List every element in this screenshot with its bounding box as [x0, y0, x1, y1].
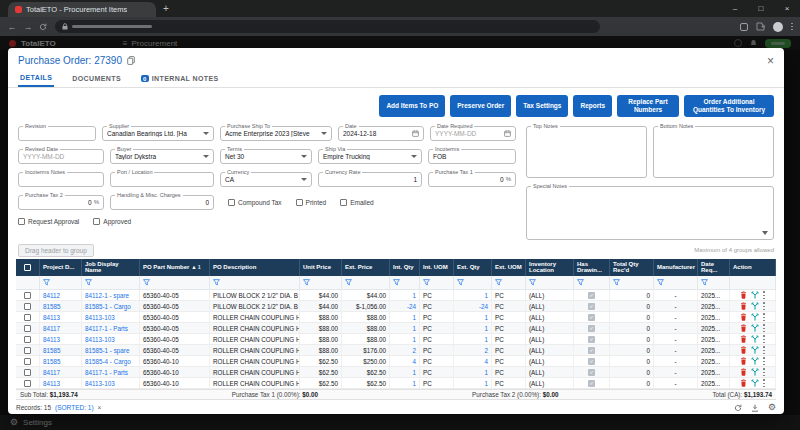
ext-qty-cell[interactable]: 1: [454, 290, 492, 300]
project-link[interactable]: 84112: [40, 290, 82, 300]
ext-qty-cell[interactable]: 1: [454, 367, 492, 377]
column-filter[interactable]: [574, 276, 610, 289]
incoterms-notes-field[interactable]: Incoterms Notes: [18, 172, 104, 187]
preserve-order-button[interactable]: Preserve Order: [450, 95, 511, 117]
top-notes-textarea[interactable]: Top Notes: [526, 126, 647, 178]
row-checkbox[interactable]: [24, 369, 31, 376]
column-filter[interactable]: [492, 276, 526, 289]
has-drawing-checkbox[interactable]: ✓: [588, 303, 595, 310]
has-drawing-checkbox[interactable]: ✓: [588, 369, 595, 376]
drag-header-drop-zone[interactable]: Drag header to group: [18, 244, 94, 257]
column-filter[interactable]: [526, 276, 574, 289]
chevron-down-icon[interactable]: [762, 231, 768, 235]
col-int-qty[interactable]: Int. Qty: [390, 259, 420, 277]
col-po-part-number[interactable]: PO Part Number ▲1: [140, 259, 210, 277]
special-notes-textarea[interactable]: Special Notes: [526, 186, 774, 240]
col-manufacturer[interactable]: Manufacturer: [654, 259, 698, 277]
row-menu-icon[interactable]: [763, 346, 765, 354]
row-checkbox[interactable]: [24, 380, 31, 387]
int-qty-cell[interactable]: 1: [390, 378, 420, 388]
copy-icon[interactable]: [127, 56, 135, 65]
column-filter[interactable]: [40, 276, 82, 289]
row-checkbox[interactable]: [24, 358, 31, 365]
job-display-name-link[interactable]: 81585-4 - Cargo: [82, 356, 140, 366]
col-job-display-name[interactable]: Job Display Name: [82, 259, 140, 277]
row-checkbox[interactable]: [24, 292, 31, 299]
job-display-name-link[interactable]: 84117-1 - Parts: [82, 323, 140, 333]
table-row[interactable]: 81585 81585-1 - spare 65360-40-05 ROLLER…: [16, 345, 776, 356]
extensions-puzzle-icon[interactable]: [756, 22, 765, 31]
col-total-qty-recd[interactable]: Total Qty Rec'd: [610, 259, 654, 277]
forward-icon[interactable]: →: [23, 22, 33, 32]
refresh-icon[interactable]: [734, 404, 742, 412]
col-date-required[interactable]: Date Req...: [698, 259, 730, 277]
terms-select[interactable]: Terms Net 30: [220, 149, 312, 164]
column-filter[interactable]: [82, 276, 140, 289]
browser-menu-icon[interactable]: [791, 23, 793, 31]
cast-icon[interactable]: [740, 23, 748, 31]
column-filter[interactable]: [140, 276, 210, 289]
int-qty-cell[interactable]: 1: [390, 312, 420, 322]
table-row[interactable]: 84113 84113-103 65360-40-05 ROLLER CHAIN…: [16, 334, 776, 345]
calendar-icon[interactable]: [412, 130, 419, 137]
approved-checkbox[interactable]: Approved: [93, 218, 131, 225]
split-line-icon[interactable]: [751, 302, 759, 310]
row-menu-icon[interactable]: [763, 313, 765, 321]
order-additional-quantities-button[interactable]: Order Additional Quantities To Inventory: [684, 95, 774, 117]
table-row[interactable]: 84113 84113-103 65360-40-10 ROLLER CHAIN…: [16, 378, 776, 389]
row-checkbox[interactable]: [24, 325, 31, 332]
table-row[interactable]: 81585 81585-4 - Cargo 65360-40-10 ROLLER…: [16, 356, 776, 367]
int-qty-cell[interactable]: 1: [390, 367, 420, 377]
delete-icon[interactable]: [740, 291, 747, 299]
int-qty-cell[interactable]: 2: [390, 345, 420, 355]
has-drawing-checkbox[interactable]: ✓: [588, 358, 595, 365]
job-display-name-link[interactable]: 84113-103: [82, 334, 140, 344]
job-display-name-link[interactable]: 84117-1 - Parts: [82, 367, 140, 377]
col-ext-uom[interactable]: Ext. UOM: [492, 259, 526, 277]
split-line-icon[interactable]: [751, 368, 759, 376]
browser-tab[interactable]: TotalETO - Procurement Items: [8, 2, 156, 17]
ext-qty-cell[interactable]: 1: [454, 378, 492, 388]
row-menu-icon[interactable]: [763, 335, 765, 343]
job-display-name-link[interactable]: 81585-1 - Cargo: [82, 301, 140, 311]
job-display-name-link[interactable]: 84113-103: [82, 312, 140, 322]
project-link[interactable]: 84113: [40, 334, 82, 344]
delete-icon[interactable]: [740, 313, 747, 321]
row-menu-icon[interactable]: [763, 302, 765, 310]
ext-qty-cell[interactable]: -24: [454, 301, 492, 311]
minimize-button[interactable]: –: [722, 4, 748, 13]
job-display-name-link[interactable]: 84113-103: [82, 378, 140, 388]
request-approval-checkbox[interactable]: Request Approval: [18, 218, 79, 225]
has-drawing-checkbox[interactable]: ✓: [588, 380, 595, 387]
printed-checkbox[interactable]: Printed: [296, 199, 327, 206]
int-qty-cell[interactable]: 1: [390, 334, 420, 344]
date-field[interactable]: Date 2024-12-18: [338, 126, 424, 141]
int-qty-cell[interactable]: -24: [390, 301, 420, 311]
col-inventory-location[interactable]: Inventory Location: [526, 259, 574, 277]
int-qty-cell[interactable]: 1: [390, 290, 420, 300]
port-location-field[interactable]: Port / Location: [110, 172, 214, 187]
col-action[interactable]: Action: [730, 259, 776, 277]
purchase-tax-2-field[interactable]: Purchase Tax 2 0 %: [18, 195, 104, 210]
tab-documents[interactable]: DOCUMENTS: [70, 71, 123, 87]
delete-icon[interactable]: [740, 368, 747, 376]
row-checkbox[interactable]: [24, 314, 31, 321]
ext-qty-cell[interactable]: 1: [454, 323, 492, 333]
split-line-icon[interactable]: [751, 357, 759, 365]
row-menu-icon[interactable]: [763, 324, 765, 332]
handling-charges-field[interactable]: Handling & Misc. Charges 0: [110, 195, 214, 210]
row-menu-icon[interactable]: [763, 357, 765, 365]
bottom-notes-textarea[interactable]: Bottom Notes: [653, 126, 774, 178]
table-row[interactable]: 84112 84112-1 - spare 65360-40-05 PILLOW…: [16, 290, 776, 301]
table-row[interactable]: 81585 81585-1 - Cargo 65360-40-05 PILLOW…: [16, 301, 776, 312]
date-required-field[interactable]: Date Required YYYY-MM-DD: [430, 126, 516, 141]
purchase-tax-1-field[interactable]: Purchase Tax 1 0 %: [428, 172, 516, 187]
column-filter[interactable]: [300, 276, 342, 289]
row-checkbox[interactable]: [24, 336, 31, 343]
emailed-checkbox[interactable]: Emailed: [340, 199, 373, 206]
table-row[interactable]: 84117 84117-1 - Parts 65360-40-10 ROLLER…: [16, 367, 776, 378]
ext-qty-cell[interactable]: 4: [454, 356, 492, 366]
add-items-to-po-button[interactable]: Add Items To PO: [379, 95, 445, 117]
modal-close-icon[interactable]: ×: [767, 56, 774, 66]
project-link[interactable]: 81585: [40, 356, 82, 366]
